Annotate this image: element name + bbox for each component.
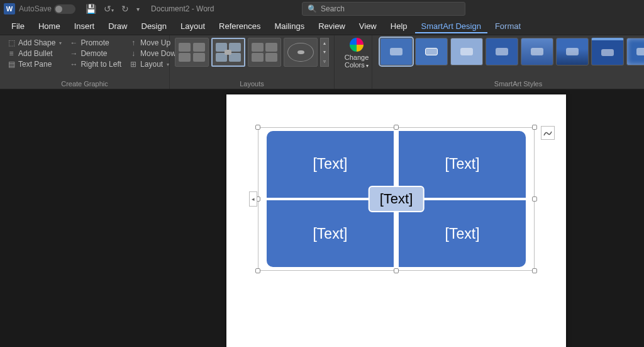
menu-draw[interactable]: Draw [102,19,133,33]
redo-icon[interactable]: ↻ [118,4,133,14]
style-thumb-2[interactable] [415,38,448,65]
resize-handle-br[interactable] [532,268,537,273]
group-change-colors: Change Colors ▾ [335,35,372,89]
smartart-center[interactable]: [Text] [369,186,425,212]
menu-references[interactable]: References [213,19,267,33]
menu-review[interactable]: Review [312,19,352,33]
menu-help[interactable]: Help [384,19,414,33]
add-bullet-button[interactable]: ≡Add Bullet [5,48,64,59]
color-wheel-icon [350,38,364,52]
chevron-left-icon: ◂ [252,196,255,202]
add-shape-button[interactable]: ⬚Add Shape▾ [5,38,64,48]
word-app-icon: W [4,3,15,14]
menu-mailings[interactable]: Mailings [269,19,311,33]
change-colors-button[interactable]: Change Colors ▾ [340,38,374,69]
document-area[interactable]: ◂ [Text] [Text] [Text] [Text] [Text] [0,89,644,347]
resize-handle-tm[interactable] [394,125,399,130]
group-smartart-styles: SmartArt Styles [372,35,644,89]
style-thumb-3[interactable] [450,38,483,65]
smartart-graphic[interactable]: [Text] [Text] [Text] [Text] [Text] [267,131,526,267]
menu-home[interactable]: Home [32,19,67,33]
style-thumb-7[interactable] [591,38,624,65]
autosave-label: AutoSave [19,4,52,13]
style-thumb-5[interactable] [521,38,553,65]
menu-smartart-design[interactable]: SmartArt Design [415,19,487,33]
rtl-icon: ↔ [69,60,78,69]
chevron-down-icon: ▾ [323,49,326,55]
resize-handle-tl[interactable] [255,125,260,130]
layout-options-button[interactable] [541,126,555,140]
group-create-graphic: ⬚Add Shape▾ ←Promote ↑Move Up ≡Add Bulle… [0,35,170,89]
demote-icon: → [69,49,78,58]
style-thumb-1[interactable] [380,38,413,65]
layout-thumb-2[interactable] [211,38,245,67]
menu-file[interactable]: File [5,19,31,33]
search-placeholder: Search [321,4,345,13]
layout-thumb-1[interactable] [175,38,209,67]
title-bar: W AutoSave 💾 ↺▾ ↻ ▾ Document2 - Word 🔍 S… [0,0,644,18]
document-page[interactable]: ◂ [Text] [Text] [Text] [Text] [Text] [226,94,566,347]
resize-handle-tr[interactable] [532,125,537,130]
promote-icon: ← [69,38,78,47]
menu-bar: File Home Insert Draw Design Layout Refe… [0,18,644,35]
style-thumb-6[interactable] [556,38,589,65]
autosave-toggle[interactable] [54,4,75,14]
save-icon[interactable]: 💾 [82,4,100,14]
demote-button[interactable]: →Demote [67,48,123,59]
document-title: Document2 - Word [151,4,214,13]
text-pane-expand-tab[interactable]: ◂ [249,191,257,207]
layout-icon: ⊞ [129,60,138,69]
group-label-styles: SmartArt Styles [377,79,644,88]
smartart-selection-frame[interactable]: ◂ [Text] [Text] [Text] [Text] [Text] [258,127,535,271]
resize-handle-bm[interactable] [394,268,399,273]
layout-options-icon [543,130,552,136]
menu-insert[interactable]: Insert [68,19,101,33]
menu-view[interactable]: View [353,19,383,33]
search-icon: 🔍 [308,4,317,13]
style-thumb-8[interactable] [626,38,644,65]
group-label-layouts: Layouts [175,79,329,88]
qat-customize-icon[interactable]: ▾ [133,6,143,13]
promote-button[interactable]: ←Promote [67,38,123,48]
menu-layout[interactable]: Layout [174,19,211,33]
search-box[interactable]: 🔍 Search [302,2,465,16]
layout-thumb-4[interactable] [284,38,318,67]
ribbon: ⬚Add Shape▾ ←Promote ↑Move Up ≡Add Bulle… [0,35,644,89]
menu-design[interactable]: Design [135,19,173,33]
add-shape-icon: ⬚ [7,38,16,47]
expand-icon: ▿ [323,59,326,64]
add-bullet-icon: ≡ [7,49,16,58]
layout-thumb-3[interactable] [248,38,282,67]
move-up-icon: ↑ [129,38,138,47]
chevron-up-icon: ▴ [323,40,326,46]
layouts-gallery-expand[interactable]: ▴▾▿ [320,38,329,67]
move-down-icon: ↓ [129,49,138,58]
text-pane-icon: ▤ [7,60,16,69]
right-to-left-button[interactable]: ↔Right to Left [67,59,123,69]
text-pane-button[interactable]: ▤Text Pane [5,59,64,69]
resize-handle-mr[interactable] [532,196,537,202]
resize-handle-bl[interactable] [255,268,260,273]
group-label-create-graphic: Create Graphic [5,79,164,88]
autosave-control[interactable]: AutoSave [15,4,82,14]
style-thumb-4[interactable] [486,38,518,65]
menu-format[interactable]: Format [489,19,527,33]
undo-icon[interactable]: ↺▾ [100,4,118,14]
group-layouts: ▴▾▿ Layouts [170,35,335,89]
